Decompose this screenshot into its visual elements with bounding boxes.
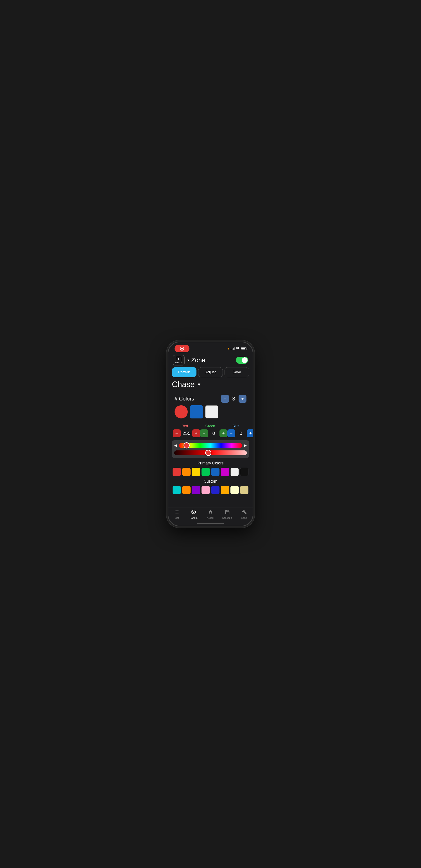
header-dropdown-arrow: ▼ [187, 359, 190, 362]
svg-point-9 [194, 512, 195, 513]
svg-point-8 [194, 510, 195, 512]
battery-icon [241, 347, 247, 350]
record-icon-inner [181, 348, 183, 349]
rgb-labels: Red Green Blue [173, 424, 248, 428]
colors-minus-button[interactable]: − [221, 395, 229, 403]
nav-pattern[interactable]: Pattern [185, 509, 202, 519]
svg-rect-0 [175, 510, 176, 511]
status-bar [168, 342, 253, 353]
brightness-slider-track[interactable] [174, 451, 247, 455]
status-left [174, 345, 190, 352]
custom-cyan[interactable] [173, 486, 181, 494]
preset-green[interactable] [201, 468, 210, 476]
colors-label: # Colors [174, 396, 221, 402]
blue-minus-button[interactable]: − [227, 429, 235, 437]
green-group: − 0 + [200, 429, 227, 437]
custom-gold[interactable] [221, 486, 229, 494]
preset-yellow[interactable] [192, 468, 200, 476]
palette-icon [191, 509, 196, 516]
custom-orange[interactable] [182, 486, 191, 494]
hue-slider-thumb[interactable] [184, 442, 190, 448]
primary-colors-title: Primary Colors [172, 461, 249, 466]
svg-rect-2 [175, 512, 176, 512]
blue-plus-button[interactable]: + [247, 429, 253, 437]
red-minus-button[interactable]: − [173, 429, 181, 437]
svg-point-7 [193, 511, 193, 512]
nav-setup-label: Setup [241, 517, 247, 519]
power-toggle[interactable] [236, 357, 248, 364]
custom-blue[interactable] [211, 486, 220, 494]
green-label: Green [205, 424, 215, 428]
header: Tutorials ▼ Zone [168, 353, 253, 367]
wifi-icon [236, 347, 240, 350]
rgb-controls: Red Green Blue − 255 + − 0 + [172, 424, 249, 437]
custom-lightyellow[interactable] [230, 486, 239, 494]
swatch-white[interactable] [205, 405, 218, 418]
green-plus-button[interactable]: + [220, 429, 227, 437]
status-right [228, 347, 247, 350]
signal-bar-3 [233, 348, 233, 350]
tab-save[interactable]: Save [225, 367, 249, 377]
colors-area: # Colors − 3 + [172, 392, 249, 421]
preset-orange[interactable] [182, 468, 191, 476]
svg-rect-4 [175, 513, 176, 514]
preset-blue[interactable] [211, 468, 220, 476]
hue-next-button[interactable]: ▶ [244, 443, 247, 448]
blue-value: 0 [237, 431, 245, 436]
record-button[interactable] [174, 345, 190, 352]
red-plus-button[interactable]: + [192, 429, 200, 437]
tab-pattern[interactable]: Pattern [172, 367, 196, 377]
green-minus-button[interactable]: − [200, 429, 208, 437]
toggle-knob [242, 358, 248, 363]
red-value: 255 [183, 431, 191, 436]
custom-tan[interactable] [240, 486, 248, 494]
primary-colors-section: Primary Colors [172, 461, 249, 476]
primary-colors-grid [172, 468, 249, 476]
zone-label: Zone [191, 357, 205, 364]
svg-rect-3 [176, 512, 179, 512]
tutorials-play-icon [176, 357, 181, 361]
red-label: Red [181, 424, 188, 428]
preset-magenta[interactable] [221, 468, 229, 476]
nav-accent[interactable]: Accent [202, 509, 219, 519]
home-icon [208, 509, 213, 516]
preset-red[interactable] [173, 468, 181, 476]
blue-label: Blue [232, 424, 240, 428]
colors-count: 3 [231, 396, 236, 402]
hue-slider-track[interactable] [179, 443, 242, 448]
swatch-red[interactable] [174, 405, 188, 418]
preset-black[interactable] [240, 468, 248, 476]
svg-rect-1 [176, 510, 179, 511]
signal-bar-4 [234, 347, 235, 350]
sliders-section: ◀ ▶ [172, 440, 249, 458]
hue-prev-button[interactable]: ◀ [174, 443, 177, 448]
orange-dot [228, 348, 229, 349]
tab-adjust[interactable]: Adjust [198, 367, 223, 377]
tab-bar: Pattern Adjust Save [168, 367, 253, 377]
record-icon [180, 347, 184, 350]
battery-fill [242, 348, 245, 349]
phone-screen: Tutorials ▼ Zone Pattern Adjust Save Cha… [168, 342, 253, 526]
pattern-name: Chase [172, 380, 195, 389]
list-icon [174, 509, 179, 516]
red-group: − 255 + [173, 429, 200, 437]
nav-setup[interactable]: Setup [236, 509, 253, 519]
custom-purple[interactable] [192, 486, 200, 494]
header-dropdown[interactable]: ▼ Zone [187, 357, 234, 364]
nav-schedule[interactable]: Schedule [219, 509, 236, 519]
custom-pink[interactable] [201, 486, 210, 494]
bottom-spacer [172, 496, 249, 499]
calendar-icon [225, 509, 230, 516]
tutorials-label: Tutorials [175, 362, 183, 364]
swatch-blue[interactable] [190, 405, 203, 418]
pattern-dropdown-arrow[interactable]: ▼ [197, 382, 201, 387]
home-indicator [197, 523, 224, 524]
counter-controls: − 3 + [221, 395, 247, 403]
custom-colors-section: Custom [172, 479, 249, 494]
colors-plus-button[interactable]: + [238, 395, 247, 403]
brightness-slider-thumb[interactable] [205, 450, 212, 456]
tutorials-button[interactable]: Tutorials [173, 355, 185, 366]
preset-white[interactable] [230, 468, 239, 476]
nav-list[interactable]: List [168, 509, 185, 519]
nav-accent-label: Accent [207, 517, 214, 519]
